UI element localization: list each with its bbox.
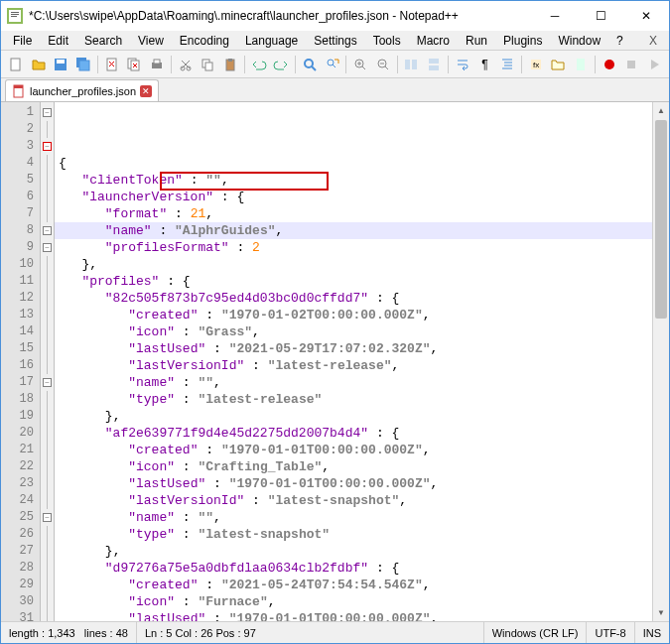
code-line[interactable]: "name" : "", [55,374,652,391]
replace-button[interactable] [322,54,343,75]
copy-button[interactable] [197,54,218,75]
code-line[interactable]: "lastUsed" : "1970-01-01T00:00:00.000Z", [55,475,652,492]
menu-settings[interactable]: Settings [306,32,364,50]
line-number[interactable]: 15 [1,340,40,357]
code-line[interactable]: "launcherVersion" : { [55,189,652,205]
menu-encoding[interactable]: Encoding [172,32,237,50]
code-line[interactable]: "profilesFormat" : 2 [55,239,652,256]
line-number[interactable]: 13 [1,307,40,323]
function-list-button[interactable]: fx [525,54,547,75]
paste-button[interactable] [219,54,241,75]
line-number[interactable]: 3 [1,138,40,155]
code-line[interactable]: }, [55,256,652,273]
file-tab[interactable]: launcher_profiles.json ✕ [5,79,159,101]
code-line[interactable]: "icon" : "Grass", [55,323,652,340]
sync-v-button[interactable] [401,54,423,75]
code-area[interactable]: { "clientToken" : "", "launcherVersion" … [55,102,652,621]
menu-edit[interactable]: Edit [40,32,76,50]
folder-view-button[interactable] [548,54,570,75]
code-line[interactable]: "icon" : "Furnace", [55,593,652,610]
menubar-close[interactable]: X [641,34,665,48]
line-number[interactable]: 8 [1,222,40,239]
vertical-scrollbar[interactable]: ▲ ▼ [652,102,669,621]
line-number[interactable]: 9 [1,239,40,256]
menu-tools[interactable]: Tools [365,32,409,50]
save-button[interactable] [50,54,71,75]
code-line[interactable]: "af2e639771f9d4e45d2275dd2007b4d4" : { [55,425,652,442]
code-line[interactable]: "created" : "2021-05-24T07:54:54.546Z", [55,577,652,593]
redo-button[interactable] [270,54,292,75]
code-line[interactable]: "82c505f873b7c95ed4d03bc0d0cffdd7" : { [55,290,652,307]
code-line[interactable]: "created" : "1970-01-02T00:00:00.000Z", [55,307,652,323]
menu-view[interactable]: View [130,32,172,50]
fold-marker[interactable]: − [41,509,54,526]
undo-button[interactable] [248,54,270,75]
new-file-button[interactable] [5,54,27,75]
cut-button[interactable] [175,54,197,75]
doc-map-button[interactable] [570,54,592,75]
zoom-out-button[interactable] [372,54,394,75]
scroll-thumb[interactable] [655,120,667,319]
line-number[interactable]: 11 [1,273,40,290]
line-number[interactable]: 24 [1,492,40,509]
line-number[interactable]: 12 [1,290,40,307]
code-line[interactable]: { [55,155,652,172]
menu-help[interactable]: ? [608,32,631,50]
show-all-chars-button[interactable]: ¶ [474,54,496,75]
line-number[interactable]: 29 [1,577,40,593]
close-file-button[interactable] [101,54,123,75]
menu-plugins[interactable]: Plugins [495,32,550,50]
line-number[interactable]: 5 [1,172,40,189]
find-button[interactable] [299,54,321,75]
fold-marker[interactable]: − [41,104,54,121]
code-line[interactable]: "name" : "AlphrGuides", [55,222,652,239]
line-number[interactable]: 7 [1,205,40,222]
code-line[interactable]: "type" : "latest-release" [55,391,652,408]
fold-marker[interactable]: − [41,239,54,256]
line-number[interactable]: 30 [1,593,40,610]
macro-record-button[interactable] [599,54,620,75]
close-button[interactable]: ✕ [623,1,669,31]
open-file-button[interactable] [28,54,50,75]
line-number[interactable]: 20 [1,425,40,442]
line-number[interactable]: 22 [1,458,40,475]
line-number[interactable]: 26 [1,526,40,543]
code-line[interactable]: "lastUsed" : "2021-05-29T17:07:02.320Z", [55,340,652,357]
menu-run[interactable]: Run [458,32,495,50]
line-number[interactable]: 16 [1,357,40,374]
code-line[interactable]: }, [55,543,652,560]
line-number[interactable]: 31 [1,610,40,621]
code-line[interactable]: "d97276a75e5a0dbfdlaa0634clb2fdbf" : { [55,560,652,577]
line-number[interactable]: 19 [1,408,40,425]
indent-guide-button[interactable] [496,54,518,75]
scroll-down-arrow[interactable]: ▼ [653,604,669,621]
line-number[interactable]: 6 [1,189,40,205]
code-line[interactable]: "icon" : "Crafting_Table", [55,458,652,475]
tab-close-button[interactable]: ✕ [140,85,152,97]
line-number[interactable]: 4 [1,155,40,172]
line-number[interactable]: 14 [1,323,40,340]
line-number[interactable]: 18 [1,391,40,408]
line-number[interactable]: 25 [1,509,40,526]
line-number[interactable]: 2 [1,121,40,138]
sync-h-button[interactable] [423,54,445,75]
titlebar[interactable]: *C:\Users\swipe\AppData\Roaming\.minecra… [1,1,669,31]
fold-marker[interactable]: − [41,138,54,155]
close-all-button[interactable] [123,54,145,75]
wordwrap-button[interactable] [452,54,473,75]
menu-language[interactable]: Language [237,32,306,50]
code-line[interactable]: "clientToken" : "", [55,172,652,189]
line-number[interactable]: 1 [1,104,40,121]
code-line[interactable]: "format" : 21, [55,205,652,222]
fold-marker[interactable]: − [41,222,54,239]
zoom-in-button[interactable] [349,54,371,75]
line-number[interactable]: 23 [1,475,40,492]
scroll-up-arrow[interactable]: ▲ [653,102,669,119]
fold-marker[interactable]: − [41,374,54,391]
menu-macro[interactable]: Macro [409,32,458,50]
line-number[interactable]: 28 [1,560,40,577]
line-number[interactable]: 27 [1,543,40,560]
code-line[interactable]: "lastVersionId" : "latest-snapshot", [55,492,652,509]
code-line[interactable]: "name" : "", [55,509,652,526]
code-line[interactable]: "lastUsed" : "1970-01-01T00:00:00.000Z", [55,610,652,621]
